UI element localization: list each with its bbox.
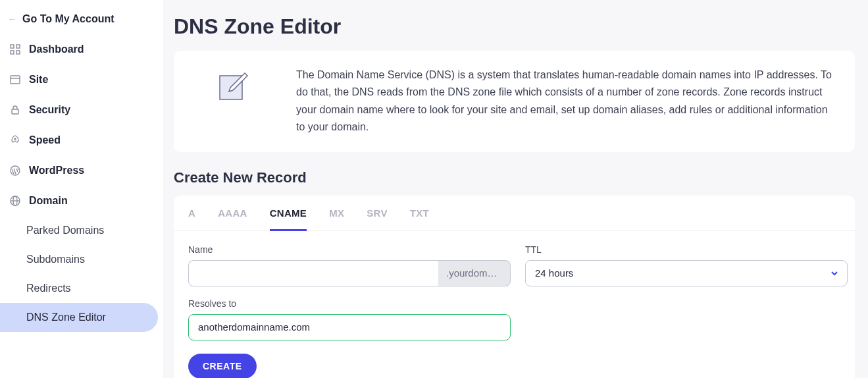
globe-icon: [9, 195, 21, 207]
name-input[interactable]: [188, 260, 438, 286]
svg-rect-1: [16, 45, 20, 48]
page-title: DNS Zone Editor: [174, 14, 855, 39]
main-content: DNS Zone Editor The Domain Name Service …: [163, 0, 868, 378]
name-suffix: .yourdom…: [438, 260, 511, 286]
resolves-label: Resolves to: [188, 298, 511, 309]
sidebar-sub-label: Parked Domains: [26, 225, 104, 236]
create-button[interactable]: CREATE: [188, 354, 257, 378]
field-resolves-to: Resolves to: [188, 298, 511, 340]
sidebar-sub-label: Redirects: [26, 283, 71, 294]
form-body: Name .yourdom… TTL 24 hours: [174, 231, 855, 340]
tab-srv[interactable]: SRV: [367, 207, 387, 230]
sidebar-item-security[interactable]: Security: [0, 95, 163, 125]
tab-mx[interactable]: MX: [329, 207, 344, 230]
ttl-select[interactable]: 24 hours: [525, 260, 848, 286]
sidebar-item-domain[interactable]: Domain: [0, 186, 163, 216]
info-card: The Domain Name Service (DNS) is a syste…: [174, 51, 855, 152]
svg-rect-2: [11, 51, 14, 54]
sidebar-sub-redirects[interactable]: Redirects: [0, 274, 163, 303]
resolves-input[interactable]: [188, 314, 511, 340]
field-ttl: TTL 24 hours: [525, 244, 848, 286]
tab-a[interactable]: A: [188, 207, 195, 230]
ttl-value: 24 hours: [535, 267, 573, 279]
sidebar-sub-label: DNS Zone Editor: [26, 311, 106, 323]
svg-rect-3: [16, 51, 20, 54]
lock-icon: [9, 104, 21, 116]
svg-point-7: [14, 138, 16, 140]
section-heading: Create New Record: [174, 169, 855, 186]
sidebar-sub-parked-domains[interactable]: Parked Domains: [0, 216, 163, 245]
sidebar-item-dashboard[interactable]: Dashboard: [0, 34, 163, 65]
sidebar: ← Go To My Account Dashboard Site Securi…: [0, 0, 163, 378]
sidebar-item-site[interactable]: Site: [0, 65, 163, 95]
svg-rect-0: [11, 45, 14, 48]
sidebar-sub-label: Subdomains: [26, 254, 85, 265]
record-type-tabs: A AAAA CNAME MX SRV TXT: [174, 196, 855, 231]
ttl-select-wrap: 24 hours: [525, 260, 848, 286]
sidebar-item-label: Speed: [29, 134, 61, 146]
sidebar-item-label: WordPress: [29, 165, 84, 176]
ttl-label: TTL: [525, 244, 848, 255]
go-to-account-label: Go To My Account: [22, 13, 115, 25]
tab-cname[interactable]: CNAME: [270, 207, 307, 231]
sidebar-item-speed[interactable]: Speed: [0, 125, 163, 155]
name-input-group: .yourdom…: [188, 260, 511, 286]
wordpress-icon: [9, 165, 21, 176]
svg-rect-6: [12, 109, 18, 114]
sidebar-sub-subdomains[interactable]: Subdomains: [0, 245, 163, 274]
grid-icon: [9, 43, 21, 55]
rocket-icon: [9, 134, 21, 146]
svg-point-8: [11, 166, 20, 175]
field-name: Name .yourdom…: [188, 244, 511, 286]
browser-icon: [9, 74, 21, 86]
info-text: The Domain Name Service (DNS) is a syste…: [296, 67, 835, 136]
record-form-card: A AAAA CNAME MX SRV TXT Name .yourdom… T…: [174, 196, 855, 378]
edit-document-icon: [193, 67, 272, 103]
sidebar-item-label: Dashboard: [29, 43, 84, 55]
go-to-account-link[interactable]: ← Go To My Account: [0, 7, 163, 34]
arrow-left-icon: ←: [8, 14, 17, 24]
svg-rect-4: [11, 76, 20, 84]
sidebar-item-wordpress[interactable]: WordPress: [0, 155, 163, 186]
sidebar-item-label: Security: [29, 104, 70, 116]
sidebar-item-label: Site: [29, 74, 48, 86]
tab-txt[interactable]: TXT: [410, 207, 429, 230]
sidebar-sub-dns-zone-editor[interactable]: DNS Zone Editor: [0, 303, 158, 332]
name-label: Name: [188, 244, 511, 255]
sidebar-item-label: Domain: [29, 195, 68, 207]
tab-aaaa[interactable]: AAAA: [218, 207, 247, 230]
